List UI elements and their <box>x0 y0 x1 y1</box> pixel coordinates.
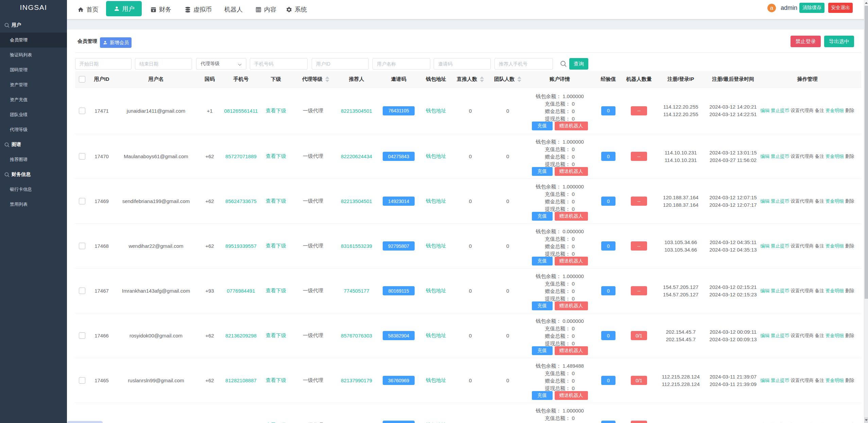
action-link[interactable]: 删除 <box>845 199 854 204</box>
wallet-address-link[interactable]: 钱包地址 <box>424 198 448 204</box>
phone-link[interactable]: 85624733675 <box>222 198 260 204</box>
phone-filter-input[interactable] <box>250 58 308 70</box>
robot-count-button[interactable]: -- <box>631 152 647 161</box>
sidebar-item[interactable]: 禁用列表 <box>0 197 67 212</box>
action-link[interactable]: 设置代理商 <box>791 108 814 113</box>
view-subordinates-link[interactable]: 查看下级 <box>260 153 292 160</box>
give-robot-button[interactable]: 赠送机器人 <box>555 212 588 221</box>
column-header[interactable]: 代理等级 <box>292 76 340 82</box>
export-selected-button[interactable]: 导出选中 <box>824 36 854 47</box>
end-date-input[interactable] <box>135 58 192 70</box>
view-subordinates-link[interactable]: 查看下级 <box>260 198 292 204</box>
user-id-filter-input[interactable] <box>312 58 369 70</box>
action-link[interactable]: 资金明细 <box>826 333 844 338</box>
action-link[interactable]: 编辑 <box>760 288 769 293</box>
invite-code-button[interactable]: 36760969 <box>383 376 415 385</box>
scroll-down-arrow-icon[interactable] <box>864 417 868 423</box>
invite-code-button[interactable]: 76431105 <box>383 106 415 115</box>
action-link[interactable]: 设置代理商 <box>791 378 814 383</box>
phone-link[interactable]: 081265561411 <box>222 108 260 114</box>
invite-code-button[interactable]: 14923014 <box>383 197 415 206</box>
action-link[interactable]: 禁止提币 <box>771 154 789 159</box>
row-checkbox[interactable] <box>79 377 85 384</box>
sidebar-item[interactable]: 验证码列表 <box>0 48 67 62</box>
action-link[interactable]: 禁止提币 <box>771 108 789 113</box>
robot-count-button[interactable]: -- <box>631 106 647 115</box>
action-link[interactable]: 删除 <box>845 378 854 383</box>
phone-link[interactable]: 85727071889 <box>222 153 260 159</box>
action-link[interactable]: 备注 <box>815 288 824 293</box>
referrer-link[interactable]: 774505177 <box>340 288 374 294</box>
column-header[interactable]: 直推人数 <box>448 76 492 82</box>
recharge-button[interactable]: 充值 <box>532 257 553 265</box>
view-subordinates-link[interactable]: 查看下级 <box>260 243 292 249</box>
row-checkbox[interactable] <box>79 243 85 249</box>
scroll-up-arrow-icon[interactable] <box>864 0 868 6</box>
referrer-link[interactable]: 83161553239 <box>340 243 374 249</box>
action-link[interactable]: 禁止提币 <box>771 243 789 249</box>
ban-login-button[interactable]: 禁止登录 <box>791 36 821 47</box>
experience-button[interactable]: 0 <box>601 152 615 161</box>
sidebar-item[interactable]: 会员管理 <box>0 33 67 48</box>
wallet-address-link[interactable]: 钱包地址 <box>424 153 448 160</box>
invite-code-button[interactable]: 80169115 <box>383 286 415 295</box>
experience-button[interactable]: 0 <box>601 331 615 340</box>
row-checkbox[interactable] <box>79 198 85 204</box>
action-link[interactable]: 删除 <box>845 243 854 249</box>
action-link[interactable]: 编辑 <box>760 378 769 383</box>
give-robot-button[interactable]: 赠送机器人 <box>555 301 588 310</box>
action-link[interactable]: 备注 <box>815 378 824 383</box>
action-link[interactable]: 资金明细 <box>826 199 844 204</box>
add-member-button[interactable]: 新增会员 <box>100 37 132 48</box>
give-robot-button[interactable]: 赠送机器人 <box>555 346 588 355</box>
wallet-address-link[interactable]: 钱包地址 <box>424 288 448 294</box>
avatar[interactable]: a <box>767 4 776 12</box>
robot-count-button[interactable]: -- <box>631 286 647 295</box>
referrer-link[interactable]: 82213504501 <box>340 198 374 204</box>
action-link[interactable]: 备注 <box>815 108 824 113</box>
robot-count-button[interactable]: 0/1 <box>631 331 647 340</box>
start-date-input[interactable] <box>75 58 132 70</box>
row-checkbox[interactable] <box>79 332 85 339</box>
action-link[interactable]: 备注 <box>815 243 824 249</box>
select-all-checkbox[interactable] <box>79 76 85 82</box>
robot-count-button[interactable] <box>631 421 647 423</box>
give-robot-button[interactable]: 赠送机器人 <box>555 257 588 265</box>
view-subordinates-link[interactable]: 查看下级 <box>260 288 292 294</box>
sidebar-item[interactable]: 资产充值 <box>0 92 67 107</box>
wallet-address-link[interactable]: 钱包地址 <box>424 332 448 339</box>
sidebar-section-title[interactable]: 财务信息 <box>0 167 67 182</box>
action-link[interactable]: 禁止提币 <box>771 199 789 204</box>
nav-item-home[interactable]: 首页 <box>77 0 99 19</box>
action-link[interactable]: 删除 <box>845 333 854 338</box>
action-link[interactable]: 删除 <box>845 108 854 113</box>
action-link[interactable]: 编辑 <box>760 154 769 159</box>
invite-code-filter-input[interactable] <box>434 58 491 70</box>
sort-carets-icon[interactable] <box>517 76 521 82</box>
view-subordinates-link[interactable]: 查看下级 <box>260 108 292 114</box>
referrer-phone-filter-input[interactable] <box>494 58 553 70</box>
search-icon[interactable] <box>560 60 567 68</box>
sidebar-item[interactable]: 资产管理 <box>0 77 67 92</box>
view-subordinates-link[interactable]: 查看下级 <box>260 332 292 339</box>
experience-button[interactable]: 0 <box>601 241 615 251</box>
row-checkbox[interactable] <box>79 153 85 160</box>
phone-link[interactable]: 82136209298 <box>222 333 260 338</box>
give-robot-button[interactable]: 赠送机器人 <box>555 122 588 130</box>
robot-count-button[interactable]: -- <box>631 197 647 206</box>
nav-item-2[interactable]: ¥财务 <box>150 0 171 19</box>
nav-item-3[interactable]: 虚拟币 <box>185 0 212 19</box>
give-robot-button[interactable]: 赠送机器人 <box>555 391 588 400</box>
vertical-scrollbar[interactable] <box>864 0 868 423</box>
action-link[interactable]: 设置代理商 <box>791 288 814 293</box>
experience-button[interactable]: 0 <box>601 197 615 206</box>
action-link[interactable]: 编辑 <box>760 243 769 249</box>
invite-code-button[interactable]: 92795807 <box>383 241 415 251</box>
recharge-button[interactable]: 充值 <box>532 167 553 176</box>
invite-code-button[interactable]: 04275843 <box>383 152 415 161</box>
sort-carets-icon[interactable] <box>325 76 329 82</box>
invite-code-button[interactable]: 58382904 <box>383 331 415 340</box>
action-link[interactable]: 删除 <box>845 288 854 293</box>
invite-code-button[interactable] <box>383 421 415 423</box>
referrer-link[interactable]: 82213504501 <box>340 108 374 114</box>
